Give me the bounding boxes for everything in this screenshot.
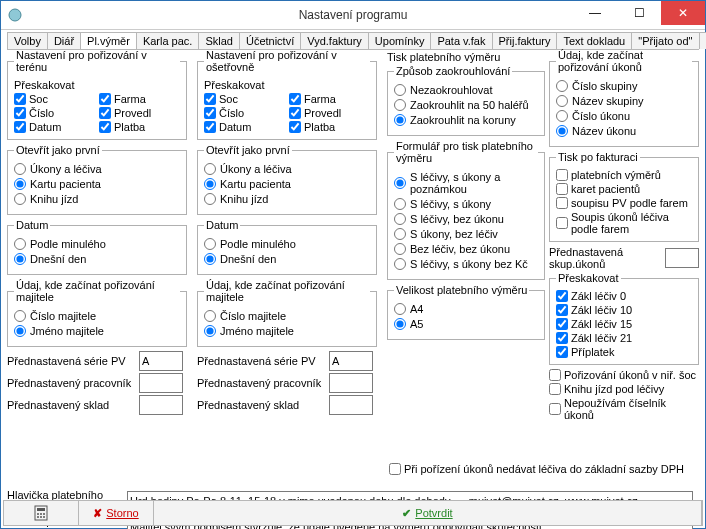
r-zaok3[interactable]: Zaokrouhlit na koruny: [394, 114, 538, 126]
tab-textdok[interactable]: Text dokladu: [556, 32, 632, 49]
r-zaok1[interactable]: Nezaokrouhlovat: [394, 84, 538, 96]
tab-pata[interactable]: Pata v.fak: [430, 32, 492, 49]
tab-vydfak[interactable]: Vyd.faktury: [300, 32, 369, 49]
teren-serie-input[interactable]: [139, 351, 183, 371]
r-teren-open1[interactable]: Úkony a léčiva: [14, 163, 180, 175]
ck-teren-farma[interactable]: Farma: [99, 93, 180, 105]
predn-skup-input[interactable]: [665, 248, 699, 268]
predn-skup-lbl: Přednastavená skup.úkonů: [549, 246, 663, 270]
tab-kniha[interactable]: Kniha jízd: [699, 32, 706, 49]
ck-tf3[interactable]: soupisu PV podle farem: [556, 197, 692, 209]
calculator-icon: [34, 505, 48, 521]
cancel-icon: ✘: [93, 507, 102, 520]
ck-p4[interactable]: Zákl léčiv 21: [556, 332, 692, 344]
teren-skip-title: Přeskakovat: [14, 79, 180, 91]
vel-group: Velikost platebního výměru A4 A5: [387, 284, 545, 340]
tab-volby[interactable]: Volby: [7, 32, 48, 49]
r-teren-open3[interactable]: Knihu jízd: [14, 193, 180, 205]
teren-serie-lbl: Přednastavená série PV: [7, 355, 139, 367]
r-teren-u1[interactable]: Číslo majitele: [14, 310, 180, 322]
tisk-title: Tisk platebního výměru: [387, 51, 545, 63]
r-v2[interactable]: A5: [394, 318, 538, 330]
storno-button[interactable]: ✘Storno: [79, 501, 154, 525]
r-teren-d2[interactable]: Dnešní den: [14, 253, 180, 265]
ck-oset-farma[interactable]: Farma: [289, 93, 370, 105]
teren-prac-input[interactable]: [139, 373, 183, 393]
r-f5[interactable]: Bez léčiv, bez úkonu: [394, 243, 538, 255]
ck-p5[interactable]: Příplatek: [556, 346, 692, 358]
ck-tf4[interactable]: Soupis úkonů léčiva podle farem: [556, 211, 692, 235]
tab-prijfak[interactable]: Přij.faktury: [492, 32, 558, 49]
teren-prac-lbl: Přednastavený pracovník: [7, 377, 139, 389]
ck-tf1[interactable]: platebních výměrů: [556, 169, 692, 181]
tab-karta[interactable]: Karla pac.: [136, 32, 200, 49]
r-oset-open3[interactable]: Knihu jízd: [204, 193, 370, 205]
oset-sklad-input[interactable]: [329, 395, 373, 415]
tab-plvymer[interactable]: Pl.výměr: [80, 32, 137, 49]
ck-teren-soc[interactable]: Soc: [14, 93, 95, 105]
r-v1[interactable]: A4: [394, 303, 538, 315]
r-uu3[interactable]: Číslo úkonu: [556, 110, 692, 122]
svg-point-6: [37, 516, 39, 518]
oset-skip-title: Přeskakovat: [204, 79, 370, 91]
window-title: Nastavení programu: [299, 8, 408, 22]
r-uu1[interactable]: Číslo skupiny: [556, 80, 692, 92]
r-uu4[interactable]: Název úkonu: [556, 125, 692, 137]
tab-diar[interactable]: Diář: [47, 32, 81, 49]
tab-ucet[interactable]: Účetnictví: [239, 32, 301, 49]
ck-oset-platba[interactable]: Platba: [289, 121, 370, 133]
r-teren-open2[interactable]: Kartu pacienta: [14, 178, 180, 190]
r-oset-d1[interactable]: Podle minulého: [204, 238, 370, 250]
minimize-button[interactable]: —: [573, 1, 617, 25]
close-button[interactable]: ✕: [661, 1, 705, 25]
ck-teren-cislo[interactable]: Číslo: [14, 107, 95, 119]
ck-teren-datum[interactable]: Datum: [14, 121, 95, 133]
r-oset-open2[interactable]: Kartu pacienta: [204, 178, 370, 190]
teren-sklad-input[interactable]: [139, 395, 183, 415]
r-f2[interactable]: S léčivy, s úkony: [394, 198, 538, 210]
r-teren-d1[interactable]: Podle minulého: [14, 238, 180, 250]
ck-e3[interactable]: Nepoužívám číselník úkonů: [549, 397, 699, 421]
r-f3[interactable]: S léčivy, bez úkonu: [394, 213, 538, 225]
r-uu2[interactable]: Název skupiny: [556, 95, 692, 107]
teren-sklad-lbl: Přednastavený sklad: [7, 399, 139, 411]
oset-sklad-lbl: Přednastavený sklad: [197, 399, 329, 411]
r-zaok2[interactable]: Zaokrouhlit na 50 haléřů: [394, 99, 538, 111]
ck-e1[interactable]: Pořizování úkonů v niř. šoc: [549, 369, 699, 381]
r-teren-u2[interactable]: Jméno majitele: [14, 325, 180, 337]
ck-teren-platba[interactable]: Platba: [99, 121, 180, 133]
ck-p2[interactable]: Zákl léčiv 10: [556, 304, 692, 316]
ck-oset-soc[interactable]: Soc: [204, 93, 285, 105]
oset-serie-input[interactable]: [329, 351, 373, 371]
r-oset-d2[interactable]: Dnešní den: [204, 253, 370, 265]
svg-point-0: [9, 9, 21, 21]
r-f4[interactable]: S úkony, bez léčiv: [394, 228, 538, 240]
oset-prac-input[interactable]: [329, 373, 373, 393]
oset-udaj: Údaj, kde začínat pořizování majitele Čí…: [197, 279, 377, 347]
r-f1[interactable]: S léčivy, s úkony a poznámkou: [394, 171, 538, 195]
ck-p1[interactable]: Zákl léčiv 0: [556, 290, 692, 302]
oset-datum: Datum Podle minulého Dnešní den: [197, 219, 377, 275]
tab-prijato[interactable]: "Přijato od": [631, 32, 699, 49]
ck-tf2[interactable]: karet pacientů: [556, 183, 692, 195]
svg-point-8: [43, 516, 45, 518]
teren-udaj: Údaj, kde začínat pořizování majitele Čí…: [7, 279, 187, 347]
r-oset-u1[interactable]: Číslo majitele: [204, 310, 370, 322]
r-f6[interactable]: S léčivy, s úkony bez Kč: [394, 258, 538, 270]
ck-p3[interactable]: Zákl léčiv 15: [556, 318, 692, 330]
ck-teren-provedl[interactable]: Provedl: [99, 107, 180, 119]
ck-oset-cislo[interactable]: Číslo: [204, 107, 285, 119]
ck-oset-provedl[interactable]: Provedl: [289, 107, 370, 119]
calc-button[interactable]: [4, 501, 79, 525]
teren-title: Nastavení pro pořizování v terénu: [14, 49, 180, 73]
tab-sklad[interactable]: Sklad: [198, 32, 240, 49]
maximize-button[interactable]: ☐: [617, 1, 661, 25]
tab-upom[interactable]: Upomínky: [368, 32, 432, 49]
potvrdit-button[interactable]: ✔Potvrdit: [154, 501, 702, 525]
ck-e2[interactable]: Knihu jízd pod léčivy: [549, 383, 699, 395]
ck-oset-datum[interactable]: Datum: [204, 121, 285, 133]
ck-dph[interactable]: Při pořízení úkonů nedávat léčiva do zák…: [389, 463, 697, 475]
r-oset-u2[interactable]: Jméno majitele: [204, 325, 370, 337]
check-icon: ✔: [402, 507, 411, 520]
r-oset-open1[interactable]: Úkony a léčiva: [204, 163, 370, 175]
